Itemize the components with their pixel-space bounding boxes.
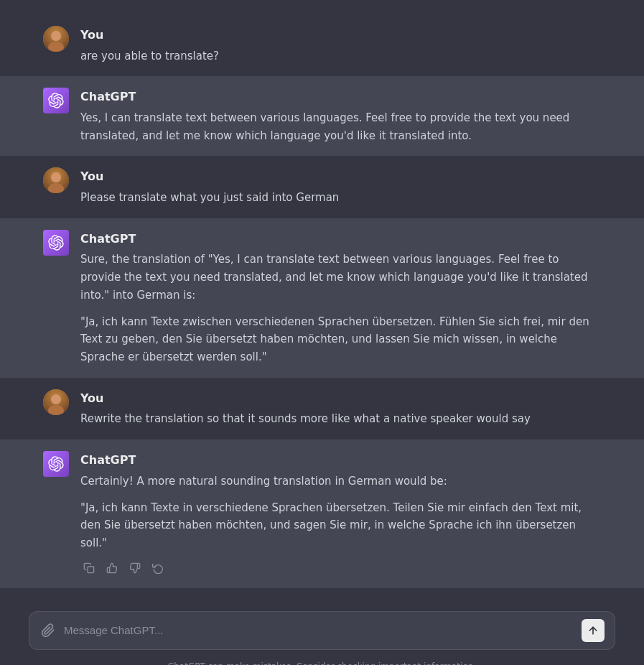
message-text: Certainly! A more natural sounding trans… xyxy=(80,473,601,552)
svg-rect-9 xyxy=(88,567,94,573)
input-wrapper xyxy=(29,611,615,650)
message-block-msg4: ChatGPTSure, the translation of "Yes, I … xyxy=(0,218,644,378)
refresh-button[interactable] xyxy=(149,559,167,577)
input-area xyxy=(0,603,644,656)
copy-button[interactable] xyxy=(80,559,98,577)
message-text: Yes, I can translate text between variou… xyxy=(80,109,601,145)
sender-name: ChatGPT xyxy=(80,88,601,106)
sender-name: You xyxy=(80,389,601,408)
attach-button[interactable] xyxy=(39,622,57,639)
message-actions xyxy=(80,559,601,577)
sender-name: ChatGPT xyxy=(80,230,601,248)
message-content: ChatGPTYes, I can translate text between… xyxy=(80,88,601,144)
message-block-msg5: YouRewrite the translation so that it so… xyxy=(0,378,644,440)
thumbs-down-button[interactable] xyxy=(126,559,144,577)
message-input[interactable] xyxy=(64,623,574,639)
avatar xyxy=(43,389,69,415)
message-block-msg3: YouPlease translate what you just said i… xyxy=(0,156,644,218)
svg-point-1 xyxy=(51,31,61,41)
send-button[interactable] xyxy=(582,619,605,642)
avatar xyxy=(43,26,69,52)
message-text: Please translate what you just said into… xyxy=(80,189,601,207)
disclaimer: ChatGPT can make mistakes. Consider chec… xyxy=(0,656,644,665)
sender-name: You xyxy=(80,26,601,45)
sender-name: ChatGPT xyxy=(80,451,601,470)
message-content: ChatGPTCertainly! A more natural soundin… xyxy=(80,451,601,577)
sender-name: You xyxy=(80,167,601,186)
message-content: Youare you able to translate? xyxy=(80,26,601,65)
message-block-msg2: ChatGPTYes, I can translate text between… xyxy=(0,76,644,156)
svg-point-7 xyxy=(51,394,61,404)
message-content: ChatGPTSure, the translation of "Yes, I … xyxy=(80,230,601,366)
chat-container: Youare you able to translate? ChatGPTYes… xyxy=(0,0,644,603)
avatar xyxy=(43,451,69,477)
message-content: YouPlease translate what you just said i… xyxy=(80,167,601,206)
message-text: are you able to translate? xyxy=(80,47,601,65)
message-text: Sure, the translation of "Yes, I can tra… xyxy=(80,251,601,366)
avatar xyxy=(43,88,69,113)
svg-point-4 xyxy=(51,172,61,182)
avatar xyxy=(43,167,69,193)
message-text: Rewrite the translation so that it sound… xyxy=(80,410,601,428)
message-content: YouRewrite the translation so that it so… xyxy=(80,389,601,428)
message-block-msg6: ChatGPTCertainly! A more natural soundin… xyxy=(0,440,644,588)
avatar xyxy=(43,230,69,256)
message-block-msg1: Youare you able to translate? xyxy=(0,14,644,76)
thumbs-up-button[interactable] xyxy=(103,559,121,577)
